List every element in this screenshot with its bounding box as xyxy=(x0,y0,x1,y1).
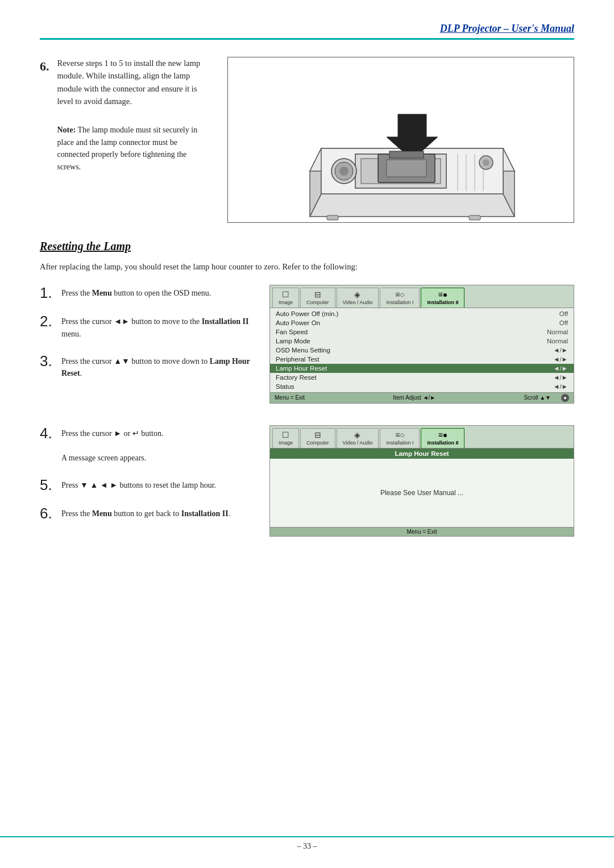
osd2-header: Lamp Hour Reset xyxy=(270,448,574,459)
osd2-tab-video-audio: ◈ Video / Audio xyxy=(337,428,379,448)
osd-row-peripheral: Peripheral Test ◄/► xyxy=(270,355,574,364)
osd2-tab-computer: ⊟ Computer xyxy=(300,428,335,448)
osd2-tab-installation2[interactable]: ≡● Installation II xyxy=(421,428,464,448)
osd-row-lamphour[interactable]: Lamp Hour Reset ◄/► xyxy=(270,364,574,373)
osd-row-fanspeed: Fan Speed Normal xyxy=(270,327,574,337)
osd2-tabs: ☐ Image ⊟ Computer ◈ Video / Audio ≡○ In… xyxy=(270,426,574,448)
step6-top-text: 6. Reverse steps 1 to 5 to install the n… xyxy=(40,57,210,223)
top-section: 6. Reverse steps 1 to 5 to install the n… xyxy=(40,57,574,223)
steps-osd-section: 1. Press the Menu button to open the OSD… xyxy=(40,285,574,414)
osd-tabs: ☐ Image ⊟ Computer ◈ Video / Audio ≡○ In… xyxy=(270,285,574,308)
bottom-steps-section: 4. Press the cursor ► or ↵ button. A mes… xyxy=(40,425,574,537)
osd-row-factory: Factory Reset ◄/► xyxy=(270,373,574,382)
osd2-tab-installation1: ≡○ Installation I xyxy=(380,428,420,448)
steps-left: 1. Press the Menu button to open the OSD… xyxy=(40,285,256,414)
intro-text: After replacing the lamp, you should res… xyxy=(40,261,574,273)
step-2-content: Press the cursor ◄► button to move to th… xyxy=(61,313,256,340)
osd-tab-computer: ⊟ Computer xyxy=(300,288,335,308)
osd2-statusbar: Menu = Exit xyxy=(270,527,574,536)
osd-row-autopoweroff: Auto Power Off (min.) Off xyxy=(270,309,574,318)
osd-statusbar: Menu = Exit Item Adjust ◄/► Scroll ▲▼ ● xyxy=(270,392,574,403)
step-5: 5. Press ▼ ▲ ◄ ► buttons to reset the la… xyxy=(40,477,256,493)
step-3: 3. Press the cursor ▲▼ button to move do… xyxy=(40,353,256,380)
osd-tab-installation1: ≡○ Installation I xyxy=(380,288,420,308)
step-1: 1. Press the Menu button to open the OSD… xyxy=(40,285,256,301)
svg-point-19 xyxy=(483,159,489,166)
osd2-body: Please See User Manual ... xyxy=(270,459,574,527)
step-6-number: 6. xyxy=(40,505,56,522)
osd2-body-text: Please See User Manual ... xyxy=(380,489,463,497)
osd-message-panel: ☐ Image ⊟ Computer ◈ Video / Audio ≡○ In… xyxy=(269,425,574,537)
osd-menu-rows: Auto Power Off (min.) Off Auto Power On … xyxy=(270,308,574,392)
osd-panel-1: ☐ Image ⊟ Computer ◈ Video / Audio ≡○ In… xyxy=(269,285,574,414)
step-3-content: Press the cursor ▲▼ button to move down … xyxy=(61,353,256,380)
step-1-content: Press the Menu button to open the OSD me… xyxy=(61,285,211,300)
svg-point-13 xyxy=(339,167,349,176)
osd-panel-2: ☐ Image ⊟ Computer ◈ Video / Audio ≡○ In… xyxy=(269,425,574,537)
steps-left-bottom: 4. Press the cursor ► or ↵ button. A mes… xyxy=(40,425,256,537)
svg-rect-20 xyxy=(327,215,338,220)
step-4: 4. Press the cursor ► or ↵ button. A mes… xyxy=(40,425,256,464)
osd-tab-installation2[interactable]: ≡● Installation II xyxy=(421,288,464,308)
step6-top-content: Reverse steps 1 to 5 to install the new … xyxy=(57,57,211,173)
step-3-number: 3. xyxy=(40,353,56,369)
step-2: 2. Press the cursor ◄► button to move to… xyxy=(40,313,256,340)
step-6: 6. Press the Menu button to get back to … xyxy=(40,505,256,522)
osd2-tab-image: ☐ Image xyxy=(272,428,299,448)
page-header: DLP Projector – User's Manual xyxy=(40,23,574,40)
osd-row-status: Status ◄/► xyxy=(270,382,574,391)
step6-top-number: 6. xyxy=(40,57,49,173)
osd-row-autopoweron: Auto Power On Off xyxy=(270,318,574,327)
step-5-number: 5. xyxy=(40,477,56,493)
step-6-content: Press the Menu button to get back to Ins… xyxy=(61,505,230,520)
page-number: – 33 – xyxy=(297,842,317,851)
osd-tab-video-audio: ◈ Video / Audio xyxy=(337,288,379,308)
step-1-number: 1. xyxy=(40,285,56,301)
svg-rect-9 xyxy=(387,160,426,177)
section-title: Resetting the Lamp xyxy=(40,240,574,253)
svg-marker-0 xyxy=(310,194,515,217)
projector-image xyxy=(227,57,574,223)
svg-rect-10 xyxy=(389,151,424,158)
step-4-number: 4. xyxy=(40,425,56,442)
page-footer: – 33 – xyxy=(0,836,614,851)
manual-title: DLP Projector – User's Manual xyxy=(440,23,574,35)
step6-note: Note: The lamp module must sit securely … xyxy=(57,124,211,173)
osd-row-lampmode: Lamp Mode Normal xyxy=(270,337,574,346)
step-2-number: 2. xyxy=(40,313,56,330)
step-4-content: Press the cursor ► or ↵ button. A messag… xyxy=(61,425,163,464)
projector-svg xyxy=(281,57,520,222)
step-5-content: Press ▼ ▲ ◄ ► buttons to reset the lamp … xyxy=(61,477,216,492)
page: DLP Projector – User's Manual 6. Reverse… xyxy=(0,0,614,868)
osd-menu-panel: ☐ Image ⊟ Computer ◈ Video / Audio ≡○ In… xyxy=(269,285,574,404)
osd-tab-image: ☐ Image xyxy=(272,288,299,308)
osd-row-osdmenu: OSD Menu Setting ◄/► xyxy=(270,346,574,355)
svg-rect-21 xyxy=(469,215,480,220)
